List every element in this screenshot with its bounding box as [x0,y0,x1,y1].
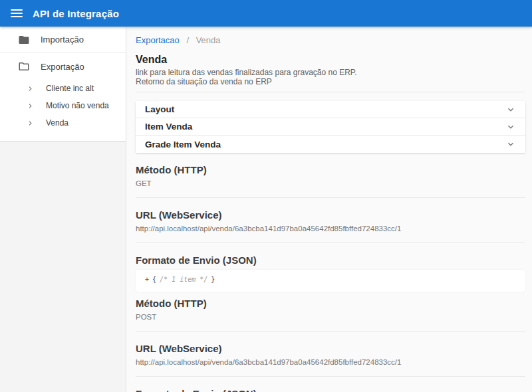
json-open-brace: { [152,276,156,283]
sidebar-menu: Importação Exportação Cliente inc alt [0,27,126,142]
accordion-panel-layout[interactable]: Layout [136,101,525,118]
section-divider [136,376,525,377]
method-value: GET [136,179,525,197]
format-heading: Formato de Envio (JSON) [136,254,525,266]
chevron-down-icon [505,139,516,149]
app-title: API de Integração [33,8,119,19]
breadcrumb-current: Venda [196,35,221,45]
json-collapsed-comment: /* 1 item */ [160,276,207,283]
endpoint-get-section: Método (HTTP) GET URL (WebService) http:… [136,164,525,292]
sidebar-item-importacao[interactable]: Importação [0,27,126,53]
chevron-down-icon [505,104,516,115]
breadcrumb: Exportacao / Venda [136,35,525,45]
sidebar-item-exportacao[interactable]: Exportação [0,53,126,80]
section-divider [136,331,525,332]
section-divider [136,197,525,198]
url-value: http://api.localhost/api/venda/6a3bcba14… [136,225,525,243]
url-value: http://api.localhost/api/venda/6a3bcba14… [136,358,525,376]
json-close-brace: } [211,276,215,283]
sidebar-item-label: Exportação [41,62,84,72]
folder-filled-icon [18,34,30,46]
url-heading: URL (WebService) [136,343,525,354]
chevron-right-icon [26,119,35,128]
sidebar: Importação Exportação Cliente inc alt [0,27,126,392]
content-divider [136,92,525,92]
sidebar-subitem-label: Motivo não venda [46,101,109,110]
accordion: Layout Item Venda Grade Item Venda [136,101,525,153]
menu-hamburger-icon[interactable] [11,9,23,17]
accordion-panel-label: Item Venda [145,122,192,132]
json-viewer: +{/* 1 item */} [136,270,525,292]
chevron-right-icon [26,102,35,110]
accordion-panel-item-venda[interactable]: Item Venda [136,118,525,136]
method-value: POST [136,313,525,331]
sidebar-subitem-venda[interactable]: Venda [0,114,126,132]
breadcrumb-separator: / [186,35,189,45]
folder-open-icon [18,60,30,72]
sidebar-subitem-cliente-inc-alt[interactable]: Cliente inc alt [0,80,126,97]
app-window: API de Integração Importação Exportação [0,0,532,392]
breadcrumb-link-exportacao[interactable]: Exportacao [136,35,180,45]
chevron-down-icon [505,122,516,132]
endpoint-post-section: Método (HTTP) POST URL (WebService) http… [136,298,525,392]
url-heading: URL (WebService) [136,209,525,221]
sidebar-subitem-motivo-nao-venda[interactable]: Motivo não venda [0,97,126,114]
sidebar-subitem-label: Venda [46,118,68,128]
section-divider [136,243,525,243]
method-heading: Método (HTTP) [136,298,525,309]
chevron-right-icon [26,84,35,93]
sidebar-subitem-label: Cliente inc alt [46,84,94,93]
accordion-panel-grade-item-venda[interactable]: Grade Item Venda [136,136,525,153]
page-description-line1: link para leitura das vendas finalizadas… [136,68,525,77]
main-content: Exportacao / Venda Venda link para leitu… [126,27,532,392]
accordion-panel-label: Grade Item Venda [145,140,221,149]
app-header: API de Integração [0,0,532,27]
method-heading: Método (HTTP) [136,164,525,175]
page-description-line2: Retorno da situação da venda no ERP [136,77,525,86]
page-title: Venda [136,54,525,66]
sidebar-item-label: Importação [41,35,84,45]
format-heading: Formato de Envio (JSON) [136,388,525,392]
json-expand-button[interactable]: + [145,276,149,283]
accordion-panel-label: Layout [145,104,174,114]
